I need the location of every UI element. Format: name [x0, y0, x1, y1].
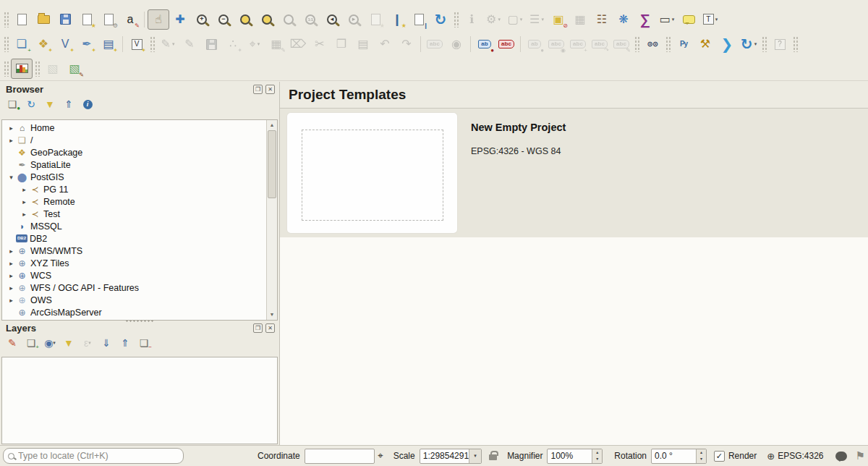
zoom-native-icon[interactable]: 1:1 [299, 9, 321, 30]
vertex-tool-icon[interactable]: ⌖ ▾ [244, 34, 265, 54]
manage-map-themes-icon[interactable]: ◉ ▾ [42, 336, 58, 350]
map-plugin-2-icon[interactable]: ▧ ✎ [64, 59, 85, 79]
statistics-summary-icon[interactable]: ∑ [634, 9, 656, 30]
locator-input[interactable] [18, 451, 179, 461]
metasearch-icon[interactable]: ⊙⊙ [642, 34, 663, 54]
spin-down-icon[interactable]: ▾ [592, 456, 602, 463]
reload-plugin-icon[interactable]: ↻ ▾ [738, 34, 760, 54]
chart-plugin-icon[interactable] [11, 59, 33, 79]
browser-item-postgis[interactable]: ▾ ⬤ PostGIS [2, 171, 266, 183]
browser-item-root[interactable]: ▸ ❏ / [2, 134, 266, 146]
modify-attributes-icon[interactable]: ▦ ✎ [265, 34, 287, 54]
measure-icon[interactable]: ▭ ▾ [656, 9, 678, 30]
properties-widget-icon[interactable]: i [80, 97, 95, 111]
messages-icon[interactable] [835, 452, 847, 461]
rotate-label-icon[interactable]: abc ↷ [589, 34, 610, 54]
select-features-icon[interactable]: ▢ ▾ [504, 9, 526, 30]
coordinate-field[interactable] [305, 449, 375, 464]
toolbar-grip[interactable] [793, 36, 798, 52]
zoom-to-selection-icon[interactable] [256, 9, 278, 30]
expand-arrow-icon[interactable]: ▸ [7, 284, 16, 292]
toolbar-grip[interactable] [4, 36, 9, 52]
show-layout-manager-icon[interactable]: ⚙ [98, 9, 119, 30]
layer-labeling-options-icon[interactable]: ab ● [474, 34, 495, 54]
expand-arrow-icon[interactable]: ▸ [7, 247, 16, 255]
filter-legend-icon[interactable]: ▼ [61, 336, 77, 350]
help-icon[interactable]: ? [769, 34, 791, 54]
filter-by-expression-icon[interactable]: ε ▾ [80, 336, 95, 350]
spin-down-icon[interactable]: ▾ [697, 456, 706, 463]
scale-combo[interactable]: 1:29854291 ▾ [420, 449, 482, 464]
browser-item-pg11[interactable]: ▸ ≺ PG 11 [2, 183, 266, 195]
expand-arrow-icon[interactable]: ▸ [20, 198, 29, 206]
open-attribute-table-icon[interactable]: ▦ [569, 9, 591, 30]
run-feature-action-icon[interactable]: ⚙ ▾ [482, 9, 504, 30]
select-by-value-icon[interactable]: ☰ ▾ [526, 9, 548, 30]
browser-item-remote[interactable]: ▸ ≺ Remote [2, 195, 266, 208]
expand-arrow-icon[interactable]: ▸ [20, 211, 29, 218]
spin-up-icon[interactable]: ▴ [697, 449, 706, 457]
redo-icon[interactable]: ↷ [396, 34, 417, 54]
refresh-browser-icon[interactable]: ↻ [23, 97, 39, 111]
toolbar-grip[interactable] [665, 36, 671, 52]
data-source-manager-icon[interactable]: ❏ + [11, 34, 33, 54]
scale-dropdown-icon[interactable]: ▾ [469, 449, 481, 463]
expand-arrow-icon[interactable]: ▸ [7, 260, 16, 267]
toolbar-grip[interactable] [4, 12, 9, 27]
plugin-tool-icon[interactable]: ⚒ [694, 34, 716, 54]
cut-features-icon[interactable]: ✂ [309, 34, 331, 54]
spin-up-icon[interactable]: ▴ [592, 449, 602, 457]
save-layer-edits-icon[interactable] [200, 34, 222, 54]
add-group-icon[interactable]: ❏ + [23, 336, 39, 350]
rotation-field[interactable]: 0.0 ° ▴ ▾ [651, 449, 707, 464]
pan-to-selection-icon[interactable]: ✚ [169, 9, 191, 30]
bookmark-manager-icon[interactable]: ❙ [408, 9, 430, 30]
open-layer-styling-icon[interactable]: ✎ [4, 336, 20, 350]
layer-diagram-options-icon[interactable]: abc [495, 34, 517, 54]
locator-search[interactable] [3, 448, 184, 464]
remove-layer-icon[interactable]: ❏ − [136, 336, 152, 350]
move-label-icon[interactable]: abc + [567, 34, 589, 54]
expand-arrow-icon[interactable]: ▸ [7, 272, 16, 279]
map-tips-icon[interactable] [678, 9, 699, 30]
browser-item-wfs[interactable]: ▸ ⊕ WFS / OGC API - Features [2, 281, 266, 294]
new-print-layout-icon[interactable]: ★ [76, 9, 98, 30]
current-edits-icon[interactable]: ✎ ▾ [157, 34, 179, 54]
add-selected-layers-icon[interactable]: ❏ ● [4, 97, 20, 111]
new-geopackage-layer-icon[interactable]: ❖ ✦ [33, 34, 54, 54]
toggle-editing-icon[interactable]: ✎ [179, 34, 200, 54]
lock-scale-icon[interactable] [489, 454, 497, 460]
close-panel-icon[interactable]: ✕ [265, 85, 275, 94]
new-spatialite-layer-icon[interactable]: ✒ ✦ [76, 34, 98, 54]
new-virtual-layer-icon[interactable]: V ✦ [126, 34, 148, 54]
expand-all-icon[interactable]: ⇓ [98, 336, 114, 350]
browser-item-db2[interactable]: DB2 DB2 [2, 232, 266, 245]
toolbar-grip[interactable] [762, 36, 767, 52]
forward-arrow-icon[interactable]: ❯ [716, 34, 738, 54]
deselect-all-features-icon[interactable]: ▣ ⊘ [548, 9, 569, 30]
show-spatial-bookmarks-icon[interactable]: ❙ ★ [386, 9, 408, 30]
filter-browser-icon[interactable]: ▼ [42, 97, 58, 111]
browser-item-arcgis[interactable]: ⊕ ArcGisMapServer [2, 306, 266, 318]
zoom-in-icon[interactable]: + [191, 9, 213, 30]
close-panel-icon[interactable]: ✕ [265, 323, 275, 333]
refresh-map-icon[interactable]: ↻ [430, 9, 451, 30]
layer-labeling-icon[interactable]: abc [424, 34, 446, 54]
new-spatial-bookmark-icon[interactable]: ★ [365, 9, 386, 30]
toolbar-grip[interactable] [4, 61, 9, 77]
browser-item-geopackage[interactable]: ❖ GeoPackage [2, 146, 266, 158]
crs-status-button[interactable]: ⊕ EPSG:4326 [767, 451, 823, 462]
new-project-icon[interactable] [11, 9, 33, 30]
browser-item-home[interactable]: ▸ ⌂ Home [2, 122, 266, 134]
scroll-down-icon[interactable]: ▼ [267, 310, 277, 320]
magnifier-spinner[interactable]: ▴ ▾ [592, 449, 602, 463]
browser-item-ows[interactable]: ▸ ⊕ OWS [2, 294, 266, 306]
scroll-up-icon[interactable]: ▲ [267, 120, 277, 130]
browser-item-test[interactable]: ▸ ≺ Test [2, 208, 266, 220]
field-calculator-icon[interactable]: ☷ [591, 9, 613, 30]
add-record-icon[interactable]: ∴ ✦ [222, 34, 244, 54]
text-annotation-icon[interactable]: T ▾ [699, 9, 721, 30]
layers-list-empty[interactable] [1, 357, 278, 444]
expand-arrow-icon[interactable]: ▸ [20, 186, 29, 193]
expand-arrow-icon[interactable]: ▸ [7, 297, 16, 304]
